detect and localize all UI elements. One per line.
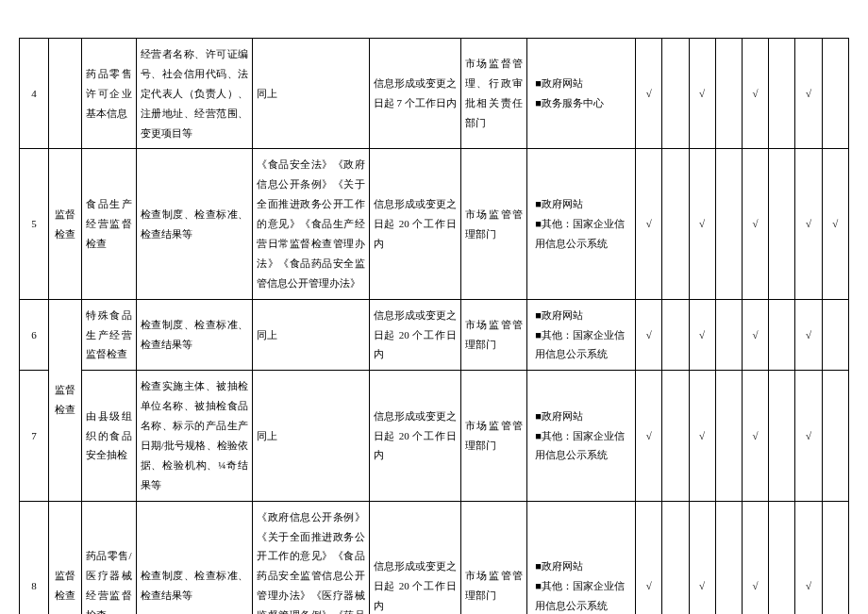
channel: ■政府网站■其他：国家企业信用信息公示系统 [527, 299, 636, 371]
chk [822, 299, 848, 371]
channel: ■政府网站■其他：国家企业信用信息公示系统 [527, 149, 636, 299]
item: 食品生产经营监督检查 [82, 149, 136, 299]
subject: 市场监管管理部门 [460, 371, 527, 501]
table-row: 6 监督检查 特殊食品生产经营监督检查 检查制度、检查标准、检查结果等 同上 信… [20, 299, 849, 371]
category [48, 39, 81, 149]
chk [715, 149, 742, 299]
basis: 《食品安全法》《政府信息公开条例》《关于全面推进政务公开工作的意见》《食品生产经… [253, 149, 370, 299]
content: 检查制度、检查标准、检查结果等 [136, 299, 253, 371]
idx: 4 [20, 39, 49, 149]
chk: √ [636, 39, 662, 149]
category: 监督检查 [48, 501, 81, 614]
chk [662, 39, 689, 149]
disclosure-table: 4 药品零售许可企业基本信息 经营者名称、许可证编号、社会信用代码、法定代表人（… [19, 38, 849, 614]
idx: 8 [20, 501, 49, 614]
chk: √ [689, 501, 715, 614]
chk [769, 149, 795, 299]
chk: √ [795, 149, 822, 299]
chk [769, 299, 795, 371]
chk: √ [795, 371, 822, 501]
chk: √ [822, 149, 848, 299]
subject: 市场监管管理部门 [460, 299, 527, 371]
time: 信息形成或变更之日起 7 个工作日内 [369, 39, 460, 149]
chk [822, 39, 848, 149]
category: 监督检查 [48, 299, 81, 501]
chk [769, 39, 795, 149]
chk [715, 501, 742, 614]
time: 信息形成或变更之日起 20 个工作日内 [369, 299, 460, 371]
chk: √ [742, 149, 768, 299]
chk [769, 501, 795, 614]
time: 信息形成或变更之日起 20 个工作日内 [369, 501, 460, 614]
category: 监督检查 [48, 149, 81, 299]
content: 检查实施主体、被抽检单位名称、被抽检食品名称、标示的产品生产日期/批号规格、检验… [136, 371, 253, 501]
chk [662, 501, 689, 614]
channel: ■政府网站■其他：国家企业信用信息公示系统 [527, 371, 636, 501]
table-row: 4 药品零售许可企业基本信息 经营者名称、许可证编号、社会信用代码、法定代表人（… [20, 39, 849, 149]
table-row: 5 监督检查 食品生产经营监督检查 检查制度、检查标准、检查结果等 《食品安全法… [20, 149, 849, 299]
chk: √ [742, 39, 768, 149]
chk [715, 39, 742, 149]
subject: 市场监管管理部门 [460, 501, 527, 614]
item: 药品零售/医疗器械经营监督检查 [82, 501, 136, 614]
time: 信息形成或变更之日起 20 个工作日内 [369, 371, 460, 501]
subject: 市场监管管理部门 [460, 149, 527, 299]
item: 药品零售许可企业基本信息 [82, 39, 136, 149]
table-row: 7 由县级组织的食品安全抽检 检查实施主体、被抽检单位名称、被抽检食品名称、标示… [20, 371, 849, 501]
chk: √ [795, 39, 822, 149]
basis: 同上 [253, 299, 370, 371]
chk: √ [636, 371, 662, 501]
chk [715, 371, 742, 501]
chk [662, 149, 689, 299]
subject: 市场监督管理、行政审批相关责任部门 [460, 39, 527, 149]
chk: √ [636, 501, 662, 614]
chk [662, 299, 689, 371]
content: 经营者名称、许可证编号、社会信用代码、法定代表人（负责人）、注册地址、经营范围、… [136, 39, 253, 149]
idx: 7 [20, 371, 49, 501]
item: 特殊食品生产经营监督检查 [82, 299, 136, 371]
basis: 同上 [253, 39, 370, 149]
chk: √ [689, 39, 715, 149]
chk [769, 371, 795, 501]
chk: √ [795, 501, 822, 614]
chk [822, 371, 848, 501]
chk: √ [742, 371, 768, 501]
chk: √ [689, 371, 715, 501]
chk: √ [795, 299, 822, 371]
chk: √ [689, 149, 715, 299]
chk [662, 371, 689, 501]
content: 检查制度、检查标准、检查结果等 [136, 149, 253, 299]
idx: 6 [20, 299, 49, 371]
chk [822, 501, 848, 614]
table-row: 8 监督检查 药品零售/医疗器械经营监督检查 检查制度、检查标准、检查结果等 《… [20, 501, 849, 614]
chk: √ [742, 299, 768, 371]
content: 检查制度、检查标准、检查结果等 [136, 501, 253, 614]
chk: √ [742, 501, 768, 614]
basis: 《政府信息公开条例》《关于全面推进政务公开工作的意见》《食品药品安全监管信息公开… [253, 501, 370, 614]
channel: ■政府网站■政务服务中心 [527, 39, 636, 149]
chk: √ [689, 299, 715, 371]
chk [715, 299, 742, 371]
time: 信息形成或变更之日起 20 个工作日内 [369, 149, 460, 299]
chk: √ [636, 299, 662, 371]
basis: 同上 [253, 371, 370, 501]
channel: ■政府网站■其他：国家企业信用信息公示系统 [527, 501, 636, 614]
idx: 5 [20, 149, 49, 299]
item: 由县级组织的食品安全抽检 [82, 371, 136, 501]
chk: √ [636, 149, 662, 299]
